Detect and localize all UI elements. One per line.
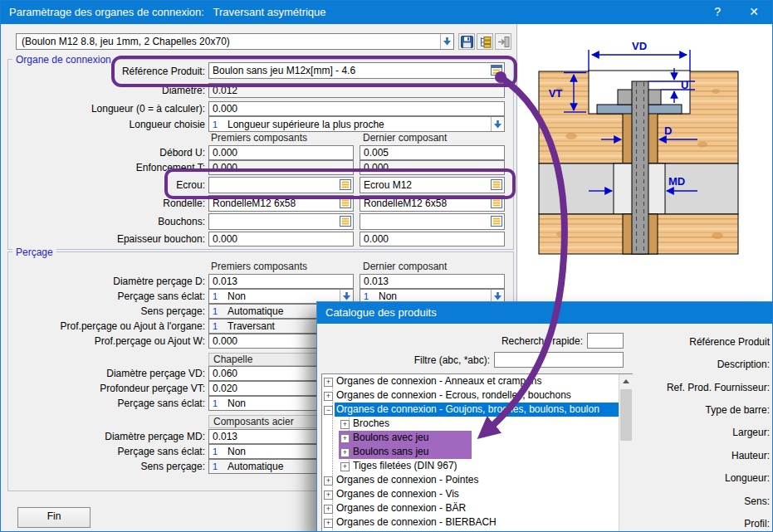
transfer-icon bbox=[497, 36, 510, 48]
fin-button[interactable]: Fin bbox=[17, 507, 91, 528]
preset-combobox[interactable]: (Boulon M12 8.8, jeu 1mm, 2 Chapelles 20… bbox=[16, 33, 454, 50]
bouchons-field-1[interactable] bbox=[208, 213, 354, 230]
percage-d-field-1[interactable]: 0.013 bbox=[208, 274, 354, 289]
diametre-label: Diamètre: bbox=[1, 85, 205, 96]
tree-item[interactable]: Organes de connexion - BÄR bbox=[336, 501, 615, 515]
sens2-label: Sens perçage: bbox=[1, 461, 205, 472]
catalog-pick-icon[interactable] bbox=[491, 216, 502, 227]
diametre-field[interactable]: 0.012 bbox=[208, 83, 505, 98]
catalog-pick-icon[interactable] bbox=[340, 198, 351, 208]
detail-label-largeur: Largeur: bbox=[637, 427, 770, 438]
tree-expand-icon[interactable]: + bbox=[324, 491, 333, 500]
enfoncement-field-1[interactable]: 0.000 bbox=[208, 160, 354, 175]
prof-w-label: Prof.perçage ou Ajout W: bbox=[1, 335, 205, 347]
dropdown-arrow-icon[interactable] bbox=[491, 117, 504, 131]
main-titlebar[interactable]: Paramètrage des organes de connexion: Tr… bbox=[1, 1, 772, 24]
scroll-up-icon[interactable] bbox=[619, 374, 633, 388]
tree-expand-icon[interactable]: + bbox=[324, 476, 333, 486]
save-button[interactable] bbox=[458, 33, 475, 50]
longueur-label: Longueur (0 = à calculer): bbox=[1, 103, 205, 115]
tree-item[interactable]: Organes de connexion - Anneaux et crampo… bbox=[336, 374, 615, 388]
ecrou-field-1[interactable] bbox=[208, 177, 354, 193]
enfoncement-field-2[interactable]: 0.000 bbox=[360, 160, 505, 175]
close-button[interactable]: ✕ bbox=[749, 5, 759, 18]
detail-label-profil: Profil: bbox=[637, 518, 770, 530]
scrollbar-thumb[interactable] bbox=[620, 389, 632, 441]
transfer-button[interactable] bbox=[495, 33, 511, 50]
epaisseur-field-2[interactable]: 0.000 bbox=[360, 232, 505, 246]
debord-field-1[interactable]: 0.000 bbox=[208, 145, 354, 160]
bolt-shaft bbox=[632, 81, 648, 254]
tree-item-highlighted[interactable]: Boulons sans jeu bbox=[353, 445, 615, 459]
tree-expand-icon[interactable]: + bbox=[340, 462, 350, 471]
ecrou-field-2[interactable]: Ecrou M12 bbox=[360, 177, 505, 193]
hierarchy-button[interactable] bbox=[477, 33, 493, 50]
enfoncement-label: Enfoncement T: bbox=[1, 162, 205, 173]
quick-search-label: Recherche rapide: bbox=[433, 335, 583, 347]
col2-header: Dernier composant bbox=[363, 132, 447, 144]
prof-organe-label: Prof.perçage ou Ajout à l'organe: bbox=[1, 320, 205, 332]
main-title: Paramètrage des organes de connexion: Tr… bbox=[9, 6, 326, 18]
tree-item-selected[interactable]: Organes de connexion - Goujons, broches,… bbox=[335, 403, 620, 417]
save-icon bbox=[461, 36, 473, 48]
dim-label-md: MD bbox=[668, 175, 685, 188]
longueur-field[interactable]: 0.000 bbox=[208, 101, 505, 116]
tree-expand-icon[interactable]: + bbox=[340, 448, 350, 457]
filter-input[interactable] bbox=[494, 352, 624, 368]
catalogue-dialog: Catalogue des produits Recherche rapide:… bbox=[316, 301, 773, 532]
percage-vt-label: Profondeur perçage VT: bbox=[1, 383, 205, 394]
tree-expand-icon[interactable]: − bbox=[324, 406, 333, 415]
reference-field[interactable]: Boulon sans jeu M12x[mm] - 4.6 bbox=[208, 62, 505, 79]
longueur-choisie-combo[interactable]: 1Longueur supérieure la plus proche bbox=[208, 116, 505, 132]
dim-label-d: D bbox=[664, 124, 672, 137]
detail-label-description: Description: bbox=[637, 359, 770, 370]
col1-header: Premiers composants bbox=[211, 132, 307, 144]
debord-field-2[interactable]: 0.005 bbox=[360, 145, 505, 160]
eclat2-label: Perçage sans éclat: bbox=[1, 398, 205, 409]
percage-col1-header: Premiers composants bbox=[211, 261, 307, 272]
dim-label-u: U bbox=[681, 79, 688, 91]
catalogue-title: Catalogue des produits bbox=[325, 306, 437, 319]
hierarchy-icon bbox=[479, 36, 492, 48]
tree-item[interactable]: Organes de connexion - BIERBACH bbox=[336, 515, 615, 530]
rondelle-label: Rondelle: bbox=[1, 198, 205, 209]
tree-expand-icon[interactable]: + bbox=[324, 378, 333, 387]
percage-d-label: Diamètre perçage D: bbox=[1, 276, 205, 287]
debord-label: Débord U: bbox=[1, 147, 205, 159]
catalog-pick-icon[interactable] bbox=[491, 198, 502, 208]
rondelle-field-1[interactable]: RondelleM12 6x58 bbox=[208, 195, 354, 212]
eclat1-label: Perçage sans éclat: bbox=[1, 290, 205, 302]
ecrou-label: Ecrou: bbox=[1, 179, 205, 191]
tree-expand-icon[interactable]: + bbox=[324, 392, 333, 401]
dim-label-vt: VT bbox=[549, 87, 563, 100]
catalog-pick-icon[interactable] bbox=[340, 179, 351, 190]
tree-item[interactable]: Organes de connexion - Ecrous, rondelles… bbox=[336, 388, 615, 403]
tree-item[interactable]: Broches bbox=[353, 417, 615, 431]
tree-item[interactable]: Tiges filetées (DIN 967) bbox=[353, 459, 615, 473]
tree-item[interactable]: Organes de connexion - Pointes bbox=[336, 473, 615, 487]
dropdown-arrow-icon[interactable] bbox=[440, 34, 453, 49]
quick-search-input[interactable] bbox=[587, 333, 624, 349]
sens1-label: Sens perçage: bbox=[1, 305, 205, 317]
rondelle-field-2[interactable]: RondelleM12 6x58 bbox=[360, 195, 505, 212]
tree-scrollbar[interactable] bbox=[619, 374, 633, 532]
help-button[interactable]: ? bbox=[714, 5, 721, 18]
catalogue-titlebar[interactable]: Catalogue des produits bbox=[317, 302, 773, 324]
tree-expand-icon[interactable]: + bbox=[324, 519, 333, 528]
percage-md-label: Diamètre perçage MD: bbox=[1, 431, 205, 442]
catalog-pick-icon[interactable] bbox=[491, 65, 502, 76]
tree-expand-icon[interactable]: + bbox=[340, 420, 350, 429]
tree-item[interactable]: Organes de connexion - Vis bbox=[336, 487, 615, 501]
tree-item-highlighted[interactable]: Boulons avec jeu bbox=[353, 431, 615, 445]
tree-expand-icon[interactable]: + bbox=[340, 434, 350, 443]
detail-label-type-barre: Type de barre: bbox=[637, 404, 770, 416]
tree-expand-icon[interactable]: + bbox=[324, 505, 333, 514]
epaisseur-field-1[interactable]: 0.000 bbox=[208, 232, 354, 246]
percage-d-field-2[interactable]: 0.013 bbox=[360, 274, 505, 289]
catalog-pick-icon[interactable] bbox=[491, 179, 502, 190]
filter-label: Filtre (abc, *abc): bbox=[340, 354, 490, 366]
bolt-section-diagram: VD U VT D MD bbox=[520, 38, 769, 258]
epaisseur-label: Epaisseur bouchon: bbox=[1, 233, 205, 245]
catalog-pick-icon[interactable] bbox=[340, 216, 351, 227]
bouchons-field-2[interactable] bbox=[360, 213, 505, 230]
